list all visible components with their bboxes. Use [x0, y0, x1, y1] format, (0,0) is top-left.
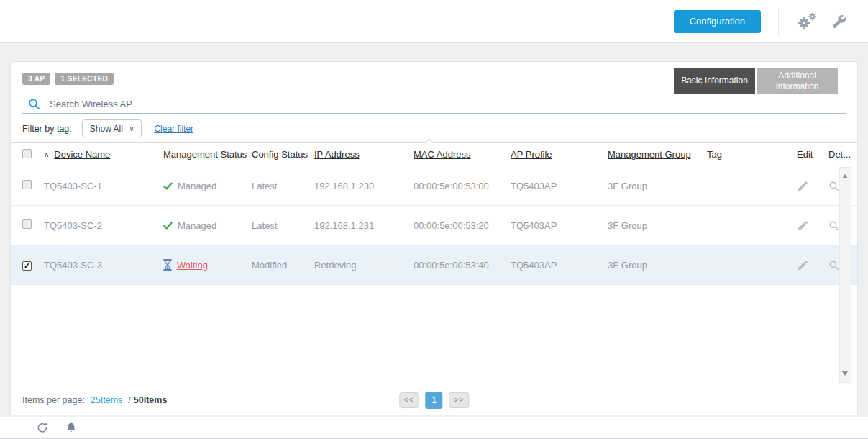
- waiting-status-link[interactable]: Waiting: [177, 260, 208, 271]
- topbar-divider: [778, 9, 779, 35]
- panel-header: 3 AP 1 SELECTED Basic Information Additi…: [11, 62, 857, 95]
- management-group: 3F Group: [608, 260, 647, 271]
- selected-count-badge: 1 SELECTED: [55, 73, 114, 85]
- ip-address: 192.168.1.231: [314, 220, 374, 231]
- edit-pencil-icon[interactable]: [797, 220, 809, 232]
- mac-address: 00:00:5e:00:53:20: [414, 220, 489, 231]
- header-ap-profile[interactable]: AP Profile: [511, 149, 552, 160]
- header-ip-address[interactable]: IP Address: [314, 149, 360, 160]
- table-row: TQ5403-SC-2 Managed Latest 192.168.1.231…: [11, 206, 857, 245]
- managed-check-icon: [163, 221, 173, 230]
- header-management-group[interactable]: Management Group: [608, 149, 691, 160]
- header-mac-address[interactable]: MAC Address: [414, 149, 470, 160]
- search-icon: [28, 98, 40, 110]
- page-size-separator: /: [128, 395, 130, 405]
- configuration-button[interactable]: Configuration: [674, 10, 761, 33]
- settings-gears-icon[interactable]: [796, 12, 818, 31]
- tools-wrench-icon[interactable]: [832, 14, 846, 29]
- ap-profile: TQ5403AP: [511, 260, 557, 271]
- tag-filter-value: Show All: [90, 124, 123, 134]
- search-input[interactable]: [48, 98, 350, 110]
- edit-pencil-icon[interactable]: [797, 259, 809, 271]
- chevron-down-icon: ∨: [129, 125, 134, 132]
- row-checkbox[interactable]: [22, 180, 32, 189]
- table-row: TQ5403-SC-1 Managed Latest 192.168.1.230…: [11, 166, 857, 206]
- mac-address: 00:00:5e:00:53:40: [414, 260, 489, 271]
- ap-profile: TQ5403AP: [511, 181, 557, 191]
- managed-check-icon: [163, 181, 173, 191]
- device-name: TQ5403-SC-3: [44, 260, 102, 271]
- management-group: 3F Group: [608, 181, 647, 191]
- page-size-50-label: 50Items: [134, 395, 168, 405]
- tag-filter-dropdown[interactable]: Show All ∨: [82, 119, 142, 137]
- table-body: TQ5403-SC-1 Managed Latest 192.168.1.230…: [11, 166, 857, 384]
- edit-pencil-icon[interactable]: [797, 180, 809, 192]
- header-device-name[interactable]: Device Name: [54, 149, 110, 160]
- scroll-down-arrow[interactable]: [842, 371, 848, 376]
- header-config-status: Config Status: [252, 149, 308, 160]
- scroll-up-arrow[interactable]: [842, 174, 848, 178]
- ap-profile: TQ5403AP: [511, 220, 557, 231]
- table-footer: Items per page: 25Items / 50Items << 1 >…: [11, 384, 857, 415]
- sort-ascending-icon: ∧: [44, 150, 49, 158]
- filter-row: Filter by tag: Show All ∨ Clear filter: [11, 114, 857, 142]
- detail-magnifier-icon[interactable]: [828, 220, 839, 231]
- top-bar: Configuration: [0, 0, 868, 43]
- prev-page-button[interactable]: <<: [399, 392, 419, 408]
- ip-address: 192.168.1.230: [314, 181, 374, 191]
- mac-address: 00:00:5e:00:53:00: [414, 181, 489, 191]
- header-tag: Tag: [707, 149, 722, 160]
- config-status: Latest: [252, 181, 277, 191]
- bottom-bar: [0, 417, 868, 439]
- items-per-page-label: Items per page:: [22, 395, 85, 405]
- ap-count-badge: 3 AP: [22, 73, 50, 85]
- detail-magnifier-icon[interactable]: [828, 260, 839, 271]
- config-status: Latest: [252, 220, 277, 231]
- badges: 3 AP 1 SELECTED: [22, 73, 114, 85]
- device-name: TQ5403-SC-2: [44, 220, 102, 231]
- select-all-checkbox[interactable]: [22, 149, 32, 158]
- current-page-button[interactable]: 1: [426, 392, 443, 409]
- tab-basic-information[interactable]: Basic Information: [674, 68, 755, 94]
- waiting-hourglass-icon: [163, 259, 172, 271]
- bell-icon[interactable]: [65, 421, 77, 434]
- next-page-button[interactable]: >>: [449, 392, 470, 408]
- config-status: Modified: [252, 260, 287, 271]
- management-group: 3F Group: [608, 220, 647, 231]
- filter-by-tag-label: Filter by tag:: [22, 124, 72, 134]
- table-row-selected: ✓ TQ5403-SC-3 Waiting Modified Retrievin…: [11, 245, 857, 285]
- detail-magnifier-icon[interactable]: [828, 181, 839, 191]
- refresh-icon[interactable]: [36, 421, 49, 434]
- row-checkbox-checked[interactable]: ✓: [22, 261, 32, 271]
- header-detail: Det...: [828, 149, 851, 160]
- header-management-status: Management Status: [163, 149, 247, 160]
- tab-additional-information[interactable]: Additional Information: [757, 68, 838, 94]
- vertical-scrollbar[interactable]: [839, 167, 851, 383]
- management-status: Managed: [178, 220, 216, 231]
- device-name: TQ5403-SC-1: [44, 181, 102, 191]
- wireless-ap-panel: 3 AP 1 SELECTED Basic Information Additi…: [10, 61, 858, 415]
- info-tabs: Basic Information Additional Information: [674, 68, 838, 94]
- header-edit: Edit: [797, 149, 813, 160]
- row-checkbox[interactable]: [22, 220, 32, 229]
- search-bar: [22, 95, 846, 114]
- ip-address: Retrieving: [314, 260, 357, 271]
- clear-filter-link[interactable]: Clear filter: [154, 124, 193, 134]
- pagination: << 1 >>: [399, 392, 469, 409]
- page-size-25-link[interactable]: 25Items: [91, 395, 122, 405]
- table-header-row: ∧ Device Name Management Status Config S…: [11, 142, 857, 166]
- management-status: Managed: [178, 181, 216, 191]
